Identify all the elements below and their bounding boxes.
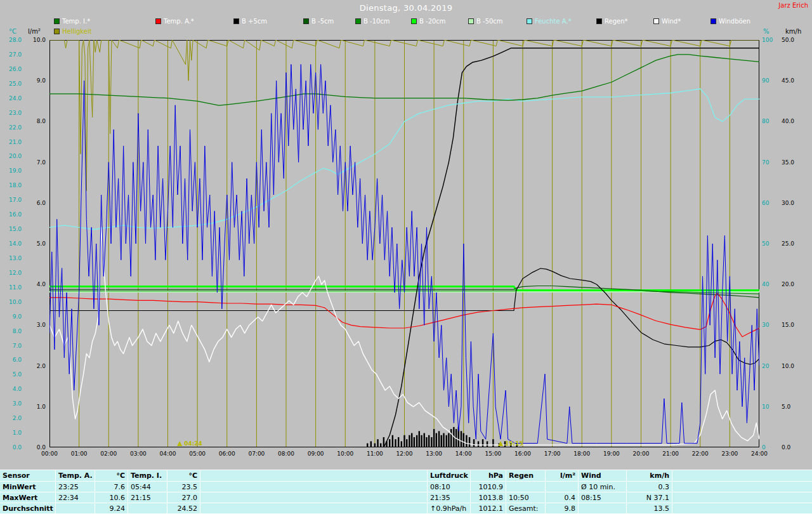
legend-swatch-icon xyxy=(710,18,716,24)
legend-swatch-icon xyxy=(303,18,309,24)
stats-header-cell: Regen xyxy=(506,470,546,482)
series-regen-intensit-t xyxy=(424,433,425,447)
axis-tick-label: 18.0 xyxy=(0,182,22,188)
series-regen-intensit-t xyxy=(426,437,427,447)
stats-header-cell: l/m² xyxy=(546,470,579,482)
legend-item: Temp. I.* xyxy=(54,18,90,25)
stats-cell: 21:35 xyxy=(428,492,471,503)
series-regen-intensit-t xyxy=(367,444,368,447)
axis-tick-label: 2.0 xyxy=(0,415,22,421)
axis-tick-label: 28.0 xyxy=(0,37,22,43)
axis-tick-label: 8.0 xyxy=(25,118,46,124)
legend-item: Regen* xyxy=(596,18,628,25)
legend-swatch-icon xyxy=(596,18,602,24)
series-regen-intensit-t xyxy=(383,437,384,447)
series-regen-intensit-t xyxy=(431,437,432,447)
series-regen-intensit-t xyxy=(428,435,429,447)
axis-tick-label: 13.0 xyxy=(0,255,22,261)
legend-swatch-icon xyxy=(527,18,532,24)
time-axis-label: 05:00 xyxy=(185,451,210,457)
series-regen-intensit-t xyxy=(473,439,475,447)
series-regen-intensit-t xyxy=(370,441,372,447)
series-regen-intensit-t xyxy=(433,429,435,447)
stats-cell: Gesamt: xyxy=(506,503,546,514)
axis-tick-label: 16.0 xyxy=(0,211,22,218)
time-axis-label: 22:00 xyxy=(688,451,713,457)
time-axis-label: 02:00 xyxy=(96,451,121,457)
stats-cell xyxy=(128,503,167,514)
stats-cell xyxy=(56,503,95,514)
legend-item: Helligkeit xyxy=(54,28,92,35)
stats-cell: N 37.1 xyxy=(627,492,672,503)
axis-tick-label: 50 xyxy=(762,241,780,247)
stats-cell: 27.0 xyxy=(167,492,200,503)
axis-tick-label: 60 xyxy=(762,200,780,206)
axis-tick-label: 8.0 xyxy=(0,328,22,334)
series-regen-intensit-t xyxy=(446,435,447,447)
axis-tick-label: 0.0 xyxy=(0,444,22,451)
axis-tick-label: 3.0 xyxy=(25,322,46,328)
axis-tick-label: 11.0 xyxy=(0,284,22,291)
axis-tick-label: 30 xyxy=(762,322,780,328)
weather-station-app: Dienstag, 30.04.2019 Jarz Erich Temp. I.… xyxy=(0,0,812,514)
axis-tick-label: 25.0 xyxy=(0,81,22,87)
stats-cell xyxy=(200,503,428,514)
stats-cell: 1010.9 xyxy=(471,482,506,492)
legend-item: Feuchte A.* xyxy=(527,18,572,25)
legend-label: B -50cm xyxy=(476,18,503,25)
axis-tick-label: 80 xyxy=(762,118,780,124)
axis-tick-label: 21.0 xyxy=(0,139,22,145)
series-regen-intensit-t xyxy=(406,439,407,447)
time-axis-label: 06:00 xyxy=(214,451,240,457)
series-regen-intensit-t xyxy=(461,431,462,447)
legend-swatch-icon xyxy=(468,18,474,24)
axis-tick-label: 7.0 xyxy=(25,159,46,166)
axis-tick-label: 3.0 xyxy=(0,400,22,407)
series-regen-intensit-t xyxy=(419,431,420,447)
axis-tick-label: 7.0 xyxy=(0,343,22,349)
page-title: Dienstag, 30.04.2019 xyxy=(0,3,812,13)
axis-kmh-labels: 0.05.010.015.020.025.030.035.040.045.050… xyxy=(782,0,809,514)
legend-item: B -20cm xyxy=(411,18,446,25)
axis-tick-label: 26.0 xyxy=(0,66,22,72)
time-axis-label: 11:00 xyxy=(362,451,388,457)
chart-plot-area[interactable]: 04:2415:15 xyxy=(49,40,759,447)
series-regen-intensit-t xyxy=(421,435,422,447)
legend-swatch-icon xyxy=(411,18,417,24)
time-axis-label: 19:00 xyxy=(599,451,624,457)
stats-table: SensorTemp. A.°CTemp. I.°CLuftdruckhPaRe… xyxy=(0,470,812,514)
legend-item: B -5cm xyxy=(303,18,334,25)
time-axis-label: 20:00 xyxy=(629,451,654,457)
legend-item: B -10cm xyxy=(355,18,390,25)
legend-swatch-icon xyxy=(54,29,60,34)
series-regen-intensit-t xyxy=(380,444,381,447)
legend-label: Feuchte A.* xyxy=(535,18,572,25)
legend-label: Regen* xyxy=(605,18,628,25)
stats-cell xyxy=(546,482,579,492)
stats-cell: 1013.8 xyxy=(471,492,506,503)
series-regen-intensit-t xyxy=(414,437,415,447)
legend-swatch-icon xyxy=(233,18,239,24)
legend-label: B -5cm xyxy=(311,18,334,25)
stats-header-cell: Temp. A. xyxy=(56,470,95,482)
axis-tick-label: 0 xyxy=(762,444,780,451)
axis-tick-label: 10 xyxy=(762,404,780,410)
axis-tick-label: 35.0 xyxy=(782,159,809,166)
stats-cell: 9.8 xyxy=(546,503,579,514)
legend-swatch-icon xyxy=(54,18,60,24)
legend-label: B -20cm xyxy=(419,18,446,25)
stats-cell: Ø 10 min. xyxy=(579,482,627,492)
stats-cell: 10:50 xyxy=(506,492,546,503)
axis-tick-label: 20.0 xyxy=(782,281,809,287)
series-regen-intensit-t xyxy=(492,439,494,447)
series-regen-intensit-t xyxy=(478,441,479,447)
time-axis-label: 17:00 xyxy=(540,451,565,457)
axis-tick-label: 15.0 xyxy=(0,226,22,232)
axis-tick-label: 27.0 xyxy=(0,51,22,58)
time-axis-label: 23:00 xyxy=(717,451,742,457)
stats-header-cell: km/h xyxy=(627,470,672,482)
series-regen-intensit-t xyxy=(466,435,467,447)
series-regen-intensit-t xyxy=(441,435,442,447)
axis-tick-label: 20 xyxy=(762,363,780,369)
stats-cell xyxy=(200,492,428,503)
